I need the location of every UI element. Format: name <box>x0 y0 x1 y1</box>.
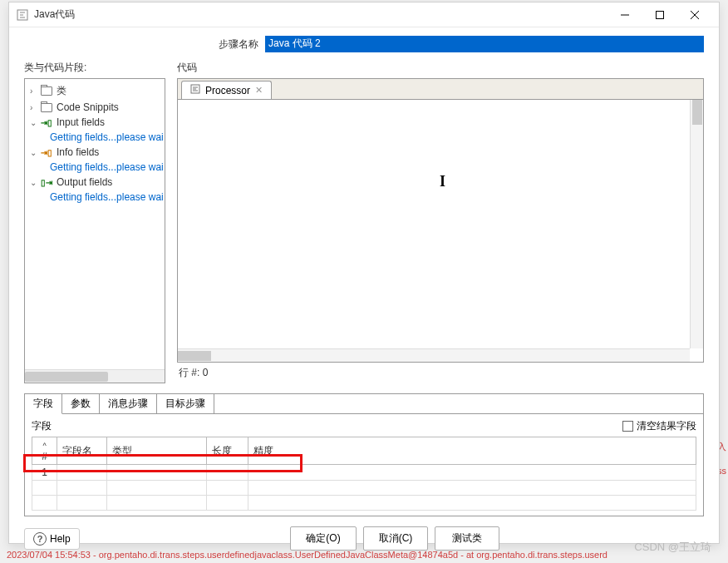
tab-params[interactable]: 参数 <box>62 394 100 414</box>
window-controls <box>607 3 712 27</box>
editor-v-scrollbar[interactable] <box>690 100 703 348</box>
scrollbar-thumb[interactable] <box>178 351 211 361</box>
maximize-button[interactable] <box>642 3 677 27</box>
svg-rect-2 <box>657 11 664 18</box>
close-icon[interactable]: ✕ <box>255 85 263 96</box>
col-type[interactable]: 类型 <box>107 437 207 465</box>
cell-idx[interactable]: 1 <box>32 465 57 481</box>
tree-h-scrollbar[interactable] <box>25 369 165 383</box>
help-label: Help <box>50 533 71 545</box>
cell-length[interactable] <box>207 465 248 481</box>
table-header-row: ^# 字段名 类型 长度 精度 <box>32 437 696 465</box>
tree-container: › 类 › Code Snippits ⌄ ⇥▯ Input fields <box>24 78 165 383</box>
chevron-down-icon[interactable]: ⌄ <box>30 148 40 157</box>
tree-child-info[interactable]: Getting fields...please wait <box>27 160 163 175</box>
folder-icon <box>40 101 53 113</box>
clear-fields-row[interactable]: 清空结果字段 <box>622 419 696 433</box>
tree-item-label: Output fields <box>57 176 112 188</box>
table-row[interactable]: 1 <box>32 465 696 481</box>
col-precision[interactable]: 精度 <box>248 437 696 465</box>
code-editor[interactable]: I <box>178 99 703 362</box>
tree-child-output[interactable]: Getting fields...please wait <box>27 190 163 205</box>
tabs-filler <box>214 394 703 414</box>
right-panel: 代码 Processor ✕ I <box>177 61 704 383</box>
tree-item-input-fields[interactable]: ⌄ ⇥▯ Input fields <box>27 115 163 130</box>
fields-header: 字段 清空结果字段 <box>32 419 696 433</box>
col-length[interactable]: 长度 <box>207 437 248 465</box>
tree-item-label: Code Snippits <box>57 101 119 113</box>
app-icon <box>16 8 29 22</box>
left-panel: 类与代码片段: › 类 › Code Snippits ⌄ ⇥ <box>24 61 165 383</box>
tree-item-snippets[interactable]: › Code Snippits <box>27 100 163 115</box>
cell-type[interactable] <box>107 465 207 481</box>
tree-child-input[interactable]: Getting fields...please wait <box>27 130 163 145</box>
tree-item-label: 类 <box>57 84 66 98</box>
col-idx[interactable]: ^# <box>32 437 57 465</box>
bottom-tabs-area: 字段 参数 消息步骤 目标步骤 字段 清空结果字段 ^# 字段名 类型 <box>24 393 704 516</box>
fields-table[interactable]: ^# 字段名 类型 长度 精度 1 <box>32 437 696 511</box>
fields-label: 字段 <box>32 419 52 433</box>
output-field-icon: ▯⇥ <box>40 176 53 188</box>
step-name-input[interactable] <box>265 36 704 52</box>
clear-fields-checkbox[interactable] <box>622 421 633 432</box>
watermark: CSDN @王立琦 <box>634 540 711 555</box>
minimize-button[interactable] <box>607 3 642 27</box>
chevron-right-icon[interactable]: › <box>30 103 40 112</box>
button-row: ? Help 确定(O) 取消(C) 测试类 <box>9 520 719 557</box>
tab-info-steps[interactable]: 消息步骤 <box>100 394 157 414</box>
scrollbar-thumb[interactable] <box>692 100 702 125</box>
scrollbar-thumb[interactable] <box>25 372 108 382</box>
tree-item-label: Info fields <box>57 146 99 158</box>
table-row[interactable] <box>32 481 696 496</box>
help-icon: ? <box>33 532 47 546</box>
cell-precision[interactable] <box>248 465 696 481</box>
editor-h-scrollbar[interactable] <box>178 348 690 362</box>
step-name-label: 步骤名称 <box>24 37 265 52</box>
tree-item-output-fields[interactable]: ⌄ ▯⇥ Output fields <box>27 175 163 190</box>
tab-processor[interactable]: Processor ✕ <box>181 81 272 99</box>
chevron-down-icon[interactable]: ⌄ <box>30 178 40 187</box>
input-field-icon: ⇥▯ <box>40 116 53 128</box>
tab-target-steps[interactable]: 目标步骤 <box>157 394 214 414</box>
tree-item-info-fields[interactable]: ⌄ ⇥▯ Info fields <box>27 145 163 160</box>
code-tabs: Processor ✕ <box>178 79 703 99</box>
line-status: 行 #: 0 <box>177 363 704 383</box>
folder-icon <box>40 86 53 97</box>
step-name-row: 步骤名称 <box>9 27 719 57</box>
code-label: 代码 <box>177 61 704 75</box>
bottom-tabs: 字段 参数 消息步骤 目标步骤 <box>25 394 703 414</box>
cell-name[interactable] <box>57 465 107 481</box>
fields-tab-content: 字段 清空结果字段 ^# 字段名 类型 长度 精度 <box>25 414 703 516</box>
text-cursor-icon: I <box>440 173 441 186</box>
code-tab-label: Processor <box>205 85 250 96</box>
info-field-icon: ⇥▯ <box>40 146 53 158</box>
close-button[interactable] <box>677 3 712 27</box>
cancel-button[interactable]: 取消(C) <box>363 526 429 551</box>
code-container: Processor ✕ I <box>177 78 704 363</box>
test-button[interactable]: 测试类 <box>435 526 499 551</box>
chevron-down-icon[interactable]: ⌄ <box>30 118 40 127</box>
tree-label: 类与代码片段: <box>24 61 165 75</box>
tree-item-label: Input fields <box>57 116 105 128</box>
code-tab-icon <box>190 84 200 96</box>
window-title: Java代码 <box>34 7 607 22</box>
tree[interactable]: › 类 › Code Snippits ⌄ ⇥▯ Input fields <box>25 79 165 353</box>
tab-fields[interactable]: 字段 <box>25 394 62 414</box>
tree-item-classes[interactable]: › 类 <box>27 82 163 100</box>
titlebar[interactable]: Java代码 <box>9 2 719 27</box>
help-button[interactable]: ? Help <box>24 528 80 550</box>
clear-fields-label: 清空结果字段 <box>637 419 696 433</box>
col-name[interactable]: 字段名 <box>57 437 107 465</box>
ok-button[interactable]: 确定(O) <box>290 526 356 551</box>
main-area: 类与代码片段: › 类 › Code Snippits ⌄ ⇥ <box>9 57 719 390</box>
table-row[interactable] <box>32 496 696 511</box>
chevron-right-icon[interactable]: › <box>30 86 40 96</box>
dialog-window: Java代码 步骤名称 类与代码片段: › 类 <box>8 2 720 544</box>
